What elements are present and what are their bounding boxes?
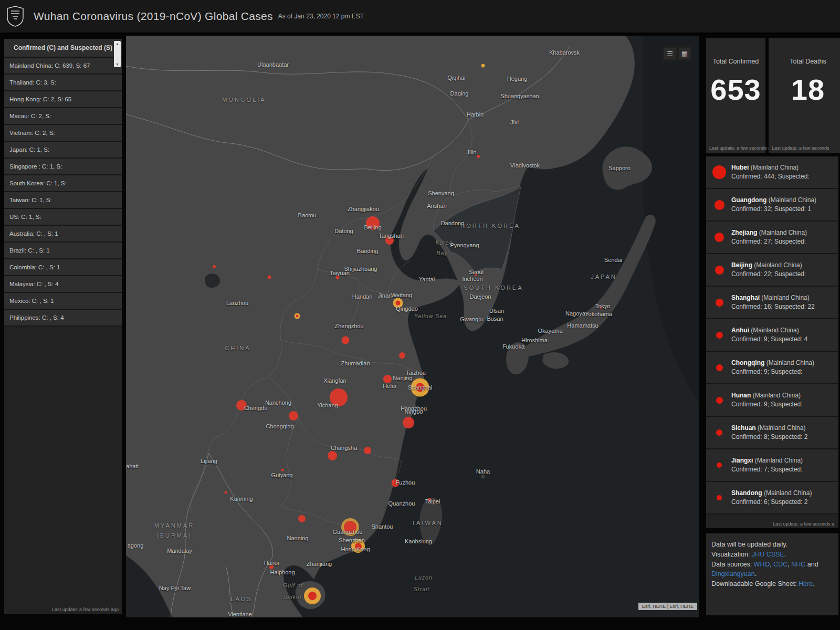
info-link[interactable]: Here <box>799 580 813 587</box>
basemap-grid-icon[interactable]: ▦ <box>679 48 690 59</box>
case-cluster-dot[interactable] <box>477 155 480 158</box>
country-list-item[interactable]: Taiwan: C: 1, S: <box>4 192 122 209</box>
case-cluster-dot[interactable] <box>364 447 371 454</box>
province-detail: Confirmed: 9; Suspected: <box>731 368 814 376</box>
info-line: Data sources: WHO, CDC, NHC and <box>711 560 833 570</box>
province-list-item[interactable]: Shandong (Mainland China)Confirmed: 6; S… <box>706 482 838 514</box>
province-list-item[interactable]: Sichuan (Mainland China)Confirmed: 8; Su… <box>706 417 838 449</box>
case-cluster-dot[interactable] <box>481 64 485 68</box>
case-cluster-dot[interactable] <box>236 400 247 411</box>
info-text: Downloadable Google Sheet: <box>711 580 799 587</box>
case-cluster-dot[interactable] <box>428 498 431 501</box>
case-cluster-dot[interactable] <box>411 379 429 397</box>
case-cluster-dot[interactable] <box>289 411 298 421</box>
province-detail: Confirmed: 16; Suspected: 22 <box>731 302 815 311</box>
case-cluster-dot[interactable] <box>366 216 380 230</box>
case-cluster-dot[interactable] <box>385 236 394 245</box>
case-cluster-dot[interactable] <box>351 539 365 553</box>
case-cluster-dot[interactable] <box>330 388 348 406</box>
province-list-item[interactable]: Hunan (Mainland China)Confirmed: 9; Susp… <box>706 384 838 417</box>
province-list-item[interactable]: Zhejiang (Mainland China)Confirmed: 27; … <box>706 222 838 254</box>
province-dot-wrap <box>710 233 728 242</box>
province-name: Zhejiang <box>731 229 759 236</box>
country-list-item[interactable]: Thailand: C: 3, S: <box>4 75 122 91</box>
country-list-item[interactable]: South Korea: C: 1, S: <box>4 175 122 192</box>
jhu-logo <box>6 6 24 27</box>
province-list-item[interactable]: Hubei (Mainland China)Confirmed: 444; Su… <box>706 156 838 189</box>
case-cluster-dot[interactable] <box>268 276 271 279</box>
country-list-item[interactable]: Australia: C: , S: 1 <box>4 226 122 243</box>
case-cluster-dot[interactable] <box>392 479 400 487</box>
dashboard: Wuhan Coronavirus (2019-nCoV) Global Cas… <box>0 0 840 630</box>
province-list-item[interactable]: Guangdong (Mainland China)Confirmed: 32;… <box>706 189 838 222</box>
confirmed-last-update: Last update: a few seconds a <box>709 145 771 151</box>
province-name: Shandong <box>731 489 764 497</box>
info-link[interactable]: Dingxiangyuan <box>711 570 755 578</box>
country-list-item[interactable]: Hong Kong: C: 2, S: 65 <box>4 91 122 108</box>
case-cluster-dot[interactable] <box>225 491 227 494</box>
case-cluster-dot[interactable] <box>298 515 306 522</box>
province-detail: Confirmed: 32; Suspected: 1 <box>731 205 816 214</box>
case-dot-icon <box>715 266 724 275</box>
case-cluster-dot[interactable] <box>600 307 603 309</box>
total-confirmed-label: Total Confirmed <box>706 58 765 65</box>
province-list-item[interactable]: Shanghai (Mainland China)Confirmed: 16; … <box>706 287 838 319</box>
scroll-up-icon[interactable]: ▲ <box>116 42 119 46</box>
country-list-item[interactable]: Macau: C: 2, S: <box>4 108 122 125</box>
country-list-item[interactable]: Mexico: C: , S: 1 <box>4 293 122 310</box>
country-list-item[interactable]: Philippines: C: , S: 4 <box>4 310 122 327</box>
page-subtitle: As of Jan 23, 2020 12 pm EST <box>278 13 364 20</box>
province-region: (Mainland China) <box>755 457 803 464</box>
case-cluster-dot[interactable] <box>393 298 403 308</box>
info-text: and <box>805 561 818 568</box>
total-confirmed-value: 653 <box>706 72 765 107</box>
country-list-item[interactable]: Japan: C: 1, S: <box>4 142 122 159</box>
info-link[interactable]: NHC <box>791 561 805 568</box>
province-name: Hubei <box>731 164 751 171</box>
province-list-item[interactable]: Anhui (Mainland China)Confirmed: 9; Susp… <box>706 319 838 352</box>
case-cluster-dot[interactable] <box>304 587 321 604</box>
province-list-item[interactable]: Jiangxi (Mainland China)Confirmed: 7; Su… <box>706 449 838 482</box>
province-name-line: Shandong (Mainland China) <box>731 489 812 498</box>
country-list-item[interactable]: US: C: 1, S: <box>4 209 122 226</box>
case-cluster-dot[interactable] <box>399 352 405 359</box>
deaths-last-update: Last update: a few seconds <box>772 145 830 151</box>
info-line: Dingxiangyuan. <box>711 569 833 579</box>
province-list-item[interactable]: Chongqing (Mainland China)Confirmed: 9; … <box>706 352 838 384</box>
case-dot-icon <box>715 233 724 242</box>
info-link[interactable]: WHO <box>754 561 770 568</box>
info-link[interactable]: CDC <box>773 561 788 568</box>
case-cluster-dot[interactable] <box>213 265 216 268</box>
country-list-item[interactable]: Mainland China: C: 639, S: 67 <box>4 58 122 75</box>
case-cluster-dot[interactable] <box>281 469 284 471</box>
legend-list-icon[interactable]: ☰ <box>664 48 676 59</box>
province-name-line: Sichuan (Mainland China) <box>731 424 807 433</box>
info-text: Visualization: <box>711 551 752 558</box>
scrollbar[interactable]: ▲ ▼ <box>114 41 121 67</box>
case-cluster-dot[interactable] <box>403 417 414 428</box>
case-cluster-dot[interactable] <box>295 313 300 319</box>
country-list-item[interactable]: Brazil: C: , S: 1 <box>4 243 122 259</box>
map-canvas[interactable]: KhabarovskUlaanbaatarMONGOLIAQiqiharHega… <box>126 36 699 617</box>
case-cluster-dot[interactable] <box>475 274 477 276</box>
country-list-item[interactable]: Colombia: C: , S: 1 <box>4 259 122 276</box>
province-name-line: Guangdong (Mainland China) <box>731 196 816 205</box>
country-list-item[interactable]: Singapore : C: 1, S: <box>4 159 122 175</box>
scroll-down-icon[interactable]: ▼ <box>116 62 119 66</box>
info-link[interactable]: JHU CSSE <box>752 551 784 558</box>
country-list-item[interactable]: Vietnam: C: 2, S: <box>4 125 122 142</box>
case-cluster-dot[interactable] <box>342 337 350 344</box>
case-dot-core <box>415 383 425 392</box>
map-attribution: Esri, HERE | Esri, HERE <box>638 603 697 610</box>
case-cluster-dot[interactable] <box>344 521 356 533</box>
province-text: Beijing (Mainland China)Confirmed: 22; S… <box>731 261 806 279</box>
case-cluster-dot[interactable] <box>336 276 340 279</box>
case-cluster-dot[interactable] <box>269 565 274 569</box>
country-list-item[interactable]: Malaysia: C: , S: 4 <box>4 276 122 293</box>
province-name: Hunan <box>731 392 753 399</box>
province-dot-wrap <box>710 397 728 404</box>
case-cluster-dot[interactable] <box>328 451 337 460</box>
province-region: (Mainland China) <box>764 489 812 497</box>
case-cluster-dot[interactable] <box>383 375 392 383</box>
province-list-item[interactable]: Beijing (Mainland China)Confirmed: 22; S… <box>706 254 838 287</box>
